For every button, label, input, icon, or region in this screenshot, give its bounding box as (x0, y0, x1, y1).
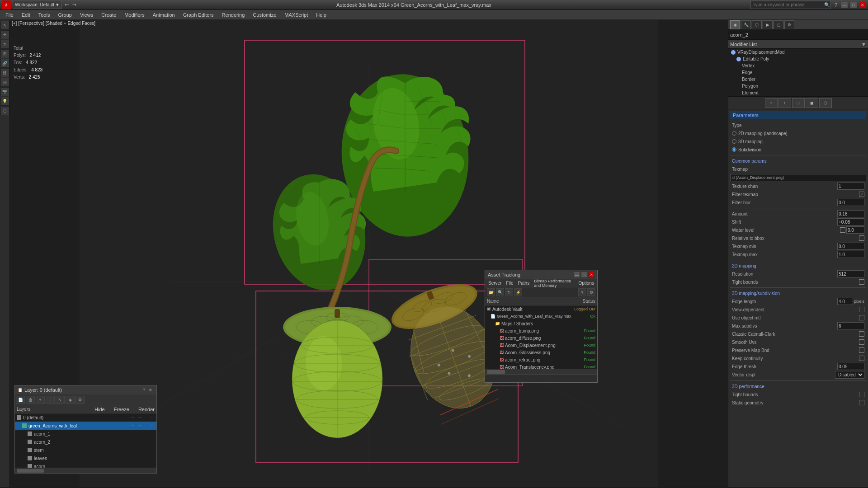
filter-texmap-checkbox[interactable] (859, 192, 864, 197)
menu-rendering[interactable]: Rendering (218, 11, 249, 19)
redo-btn[interactable]: ↪ (71, 2, 77, 8)
list-item[interactable]: 0 (default) ··· ··· ··· (15, 413, 156, 422)
ap-btn-3[interactable]: ↻ (505, 288, 513, 296)
rp-modify-btn[interactable]: 🔧 (741, 20, 751, 29)
ap-maximize-btn[interactable]: □ (581, 272, 587, 278)
ap-menu-bitmap[interactable]: Bitmap Performance and Memory (533, 279, 575, 288)
modifier-item[interactable]: Vertex (739, 62, 868, 69)
relative-bbox-checkbox[interactable] (859, 235, 864, 241)
subobj-vertex-btn[interactable]: • (765, 98, 778, 108)
resolution-input[interactable] (837, 270, 864, 277)
rp-hierarchy-btn[interactable]: ⬡ (752, 20, 762, 29)
menu-customize[interactable]: Customize (249, 11, 280, 19)
ap-row[interactable]: 📄 Green_Acorns_with_Leaf_max_vray.max Ok (485, 313, 597, 320)
menu-tools[interactable]: Tools (35, 11, 54, 19)
lp-remove-btn[interactable]: - (46, 396, 55, 404)
subobj-element-btn[interactable]: ⬡ (819, 98, 832, 108)
type-2d-radio[interactable] (732, 131, 736, 136)
lp-delete-btn[interactable]: 🗑 (26, 396, 35, 404)
lp-add-btn[interactable]: + (36, 396, 45, 404)
unlink-tool[interactable]: ⛓ (0, 68, 9, 77)
menu-animation[interactable]: Animation (149, 11, 179, 19)
rotate-tool[interactable]: ↻ (0, 40, 9, 49)
static-geometry-checkbox[interactable] (859, 400, 864, 405)
preserve-map-checkbox[interactable] (859, 347, 864, 353)
rp-display-btn[interactable]: ◻ (774, 20, 783, 29)
modifier-item[interactable]: Editable Poly (734, 56, 868, 62)
water-level-checkbox[interactable] (840, 227, 845, 233)
menu-maxscript[interactable]: MAXScript (281, 11, 311, 19)
water-level-input[interactable] (846, 226, 864, 234)
list-item[interactable]: acorn_1 ··· ··· ··· (15, 430, 156, 438)
bind-tool[interactable]: ◎ (0, 78, 9, 87)
texmap-min-input[interactable] (837, 243, 864, 250)
texture-chan-input[interactable] (837, 183, 864, 190)
rp-motion-btn[interactable]: ▶ (763, 20, 773, 29)
list-item[interactable]: acorn (15, 462, 156, 468)
menu-create[interactable]: Create (98, 11, 120, 19)
use-object-mtl-checkbox[interactable] (859, 315, 864, 320)
modifier-item[interactable]: Border (739, 76, 868, 83)
rp-utilities-btn[interactable]: ⚙ (784, 20, 794, 29)
tight-bounds-2d-checkbox[interactable] (859, 279, 864, 285)
ap-row[interactable]: 🖼 Acorn_Glossiness.png Found (485, 349, 597, 356)
lp-hl-btn[interactable]: ◈ (66, 396, 75, 404)
lp-select-btn[interactable]: ↖ (56, 396, 65, 404)
ap-row[interactable]: 🏛 Autodesk Vault Logged Out (485, 305, 597, 313)
object-name-input[interactable] (730, 32, 866, 38)
workspace-selector[interactable]: Workspace: Default ▼ (13, 1, 62, 9)
camera-tool[interactable]: 📷 (0, 87, 9, 96)
params-header[interactable]: Parameters (730, 111, 866, 119)
lp-close-btn[interactable]: ✕ (147, 388, 154, 392)
link-tool[interactable]: 🔗 (0, 59, 9, 68)
ap-row[interactable]: 🖼 acorn_diffuse.png Found (485, 334, 597, 342)
subobj-border-btn[interactable]: □ (792, 98, 805, 108)
modifier-item[interactable]: Edge (739, 69, 868, 76)
select-tool[interactable]: ↖ (0, 21, 9, 30)
list-item[interactable]: green_Acorns_with_leaf ··· ··· ··· (15, 422, 156, 430)
lp-prop-btn[interactable]: ⚙ (75, 396, 85, 404)
ap-btn-4[interactable]: ⚡ (514, 288, 522, 296)
menu-views[interactable]: Views (76, 11, 97, 19)
ap-menu-options[interactable]: Options (577, 281, 595, 286)
texmap-value-box[interactable]: d (Acorn_Displacement.png) (730, 174, 866, 181)
filter-blur-input[interactable] (837, 199, 864, 206)
ap-menu-paths[interactable]: Paths (517, 281, 531, 286)
edge-thresh-input[interactable] (837, 363, 864, 370)
list-item[interactable]: acorn_2 (15, 438, 156, 446)
type-subdiv-radio[interactable] (732, 147, 736, 152)
tight-bounds-3d-checkbox[interactable] (859, 392, 864, 397)
search-input[interactable] (751, 2, 823, 7)
modifier-item[interactable]: Element (739, 89, 868, 96)
minimize-button[interactable]: — (841, 2, 848, 8)
view-dependent-checkbox[interactable] (859, 307, 864, 312)
type-3d-radio[interactable] (732, 139, 736, 144)
max-subdivs-input[interactable] (837, 322, 864, 329)
maximize-button[interactable]: □ (850, 2, 857, 8)
subobj-edge-btn[interactable]: / (778, 98, 791, 108)
lp-new-layer-btn[interactable]: 📄 (16, 396, 25, 404)
menu-group[interactable]: Group (54, 11, 75, 19)
modifier-item[interactable]: Polygon (739, 83, 868, 89)
modifier-list-dropdown[interactable]: ▼ (861, 42, 866, 47)
ap-menu-server[interactable]: Server (487, 281, 503, 286)
vector-displ-dropdown[interactable]: Disabled Tangent Object (835, 371, 864, 379)
ap-menu-file[interactable]: File (505, 281, 514, 286)
ap-row[interactable]: 🖼 acorn_bump.png Found (485, 327, 597, 334)
menu-file[interactable]: File (2, 11, 17, 19)
menu-help[interactable]: Help (312, 11, 330, 19)
light-tool[interactable]: 💡 (0, 97, 9, 106)
amount-input[interactable] (837, 210, 864, 217)
close-button[interactable]: ✕ (859, 2, 866, 8)
undo-btn[interactable]: ↩ (64, 2, 70, 8)
shift-input[interactable] (837, 218, 864, 225)
lp-scrollbar[interactable] (15, 468, 156, 473)
modifier-item[interactable]: VRayDisplacementMod (728, 49, 868, 56)
classic-cc-checkbox[interactable] (859, 331, 864, 337)
edge-length-input[interactable] (837, 298, 853, 305)
geo-tool[interactable]: ◻ (0, 106, 9, 115)
ap-row[interactable]: 🖼 Acorn_Displacement.png Found (485, 342, 597, 349)
ap-row[interactable]: 🖼 acorn_refract.png Found (485, 356, 597, 363)
viewport-area[interactable]: [+] [Perspective] [Shaded + Edged Faces]… (10, 20, 728, 487)
ap-btn-2[interactable]: 🔍 (496, 288, 504, 296)
